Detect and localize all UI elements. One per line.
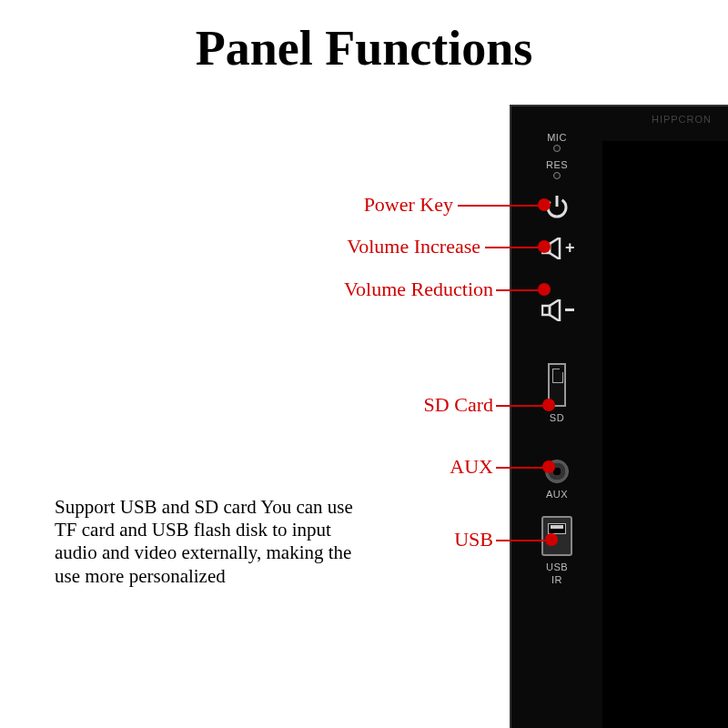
leader-power: [458, 205, 541, 207]
volume-down-icon[interactable]: [541, 299, 572, 319]
description-text: Support USB and SD card You can use TF c…: [55, 496, 364, 588]
usb-label: USB: [511, 561, 602, 572]
svg-text:+: +: [565, 238, 575, 257]
dot-sd: [542, 399, 555, 411]
callout-usb: USB: [454, 528, 493, 551]
svg-rect-7: [565, 308, 574, 311]
callout-sd: SD Card: [424, 393, 493, 417]
callout-vol-down: Volume Reduction: [344, 278, 493, 301]
brand-label: HIPPCRON: [652, 114, 712, 125]
button-column: MIC RES +: [511, 106, 602, 728]
page-title: Panel Functions: [0, 0, 728, 76]
dot-aux: [542, 460, 555, 473]
leader-vol-up: [485, 247, 541, 248]
screen-area: [602, 141, 728, 728]
leader-aux: [496, 467, 546, 469]
dot-power: [538, 198, 551, 211]
svg-marker-6: [550, 299, 560, 321]
res-label: RES: [511, 159, 602, 170]
leader-usb: [496, 540, 549, 541]
leader-sd: [496, 405, 546, 407]
callout-aux: AUX: [450, 455, 493, 479]
aux-label: AUX: [511, 489, 602, 500]
callout-vol-up: Volume Increase: [347, 235, 480, 258]
dot-vol-down: [538, 283, 551, 296]
res-pinhole: [553, 172, 561, 179]
dot-usb: [545, 533, 558, 546]
svg-marker-3: [550, 238, 560, 259]
mic-label: MIC: [511, 132, 602, 143]
dot-vol-up: [538, 240, 551, 253]
mic-pinhole: [553, 145, 561, 152]
sd-label: SD: [511, 412, 602, 423]
ir-label: IR: [511, 574, 602, 585]
callout-power: Power Key: [364, 193, 453, 217]
leader-vol-down: [496, 289, 541, 291]
